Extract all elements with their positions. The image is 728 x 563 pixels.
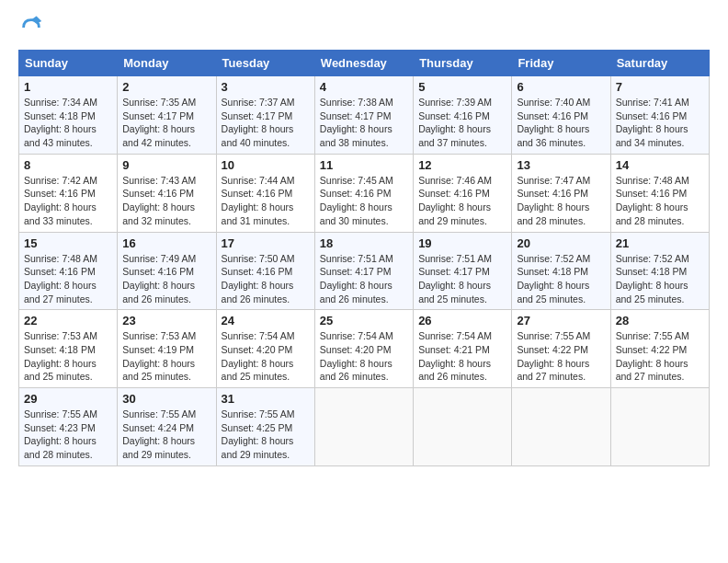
calendar-cell: 20Sunrise: 7:52 AM Sunset: 4:18 PM Dayli… <box>512 232 610 310</box>
calendar-cell: 25Sunrise: 7:54 AM Sunset: 4:20 PM Dayli… <box>314 310 413 388</box>
calendar-cell: 2Sunrise: 7:35 AM Sunset: 4:17 PM Daylig… <box>118 76 216 155</box>
day-number: 20 <box>517 236 605 250</box>
day-info: Sunrise: 7:54 AM Sunset: 4:20 PM Dayligh… <box>222 329 310 384</box>
day-info: Sunrise: 7:54 AM Sunset: 4:21 PM Dayligh… <box>418 329 506 384</box>
calendar-week-3: 15Sunrise: 7:48 AM Sunset: 4:16 PM Dayli… <box>19 232 710 310</box>
logo-icon <box>18 15 44 40</box>
day-info: Sunrise: 7:51 AM Sunset: 4:17 PM Dayligh… <box>320 252 408 306</box>
calendar-cell: 31Sunrise: 7:55 AM Sunset: 4:25 PM Dayli… <box>216 388 314 466</box>
logo <box>18 15 48 40</box>
calendar-cell: 29Sunrise: 7:55 AM Sunset: 4:23 PM Dayli… <box>19 388 118 466</box>
calendar-cell: 1Sunrise: 7:34 AM Sunset: 4:18 PM Daylig… <box>19 76 118 155</box>
day-number: 11 <box>320 158 408 172</box>
day-number: 22 <box>24 314 112 327</box>
day-number: 14 <box>616 158 704 172</box>
day-number: 18 <box>320 236 408 250</box>
day-number: 15 <box>24 236 112 250</box>
day-info: Sunrise: 7:34 AM Sunset: 4:18 PM Dayligh… <box>24 96 112 150</box>
day-info: Sunrise: 7:44 AM Sunset: 4:16 PM Dayligh… <box>222 174 310 228</box>
calendar-cell: 8Sunrise: 7:42 AM Sunset: 4:16 PM Daylig… <box>19 154 118 232</box>
calendar-cell: 15Sunrise: 7:48 AM Sunset: 4:16 PM Dayli… <box>19 232 118 310</box>
calendar-cell: 28Sunrise: 7:55 AM Sunset: 4:22 PM Dayli… <box>610 310 709 388</box>
day-number: 2 <box>122 80 210 94</box>
day-number: 26 <box>418 314 506 327</box>
calendar-cell: 13Sunrise: 7:47 AM Sunset: 4:16 PM Dayli… <box>512 154 610 232</box>
day-info: Sunrise: 7:52 AM Sunset: 4:18 PM Dayligh… <box>616 252 704 306</box>
day-info: Sunrise: 7:42 AM Sunset: 4:16 PM Dayligh… <box>24 174 112 228</box>
day-info: Sunrise: 7:46 AM Sunset: 4:16 PM Dayligh… <box>418 174 506 228</box>
day-info: Sunrise: 7:52 AM Sunset: 4:18 PM Dayligh… <box>517 252 605 306</box>
calendar-cell: 12Sunrise: 7:46 AM Sunset: 4:16 PM Dayli… <box>414 154 512 232</box>
calendar-cell: 16Sunrise: 7:49 AM Sunset: 4:16 PM Dayli… <box>118 232 216 310</box>
day-info: Sunrise: 7:53 AM Sunset: 4:18 PM Dayligh… <box>24 329 112 384</box>
day-number: 23 <box>122 314 210 327</box>
day-number: 6 <box>517 80 605 94</box>
day-number: 31 <box>222 392 310 406</box>
day-number: 30 <box>122 392 210 406</box>
calendar-cell: 19Sunrise: 7:51 AM Sunset: 4:17 PM Dayli… <box>414 232 512 310</box>
day-number: 29 <box>24 392 112 406</box>
day-header-thursday: Thursday <box>414 51 512 76</box>
calendar-cell: 27Sunrise: 7:55 AM Sunset: 4:22 PM Dayli… <box>512 310 610 388</box>
day-number: 13 <box>517 158 605 172</box>
calendar-cell: 9Sunrise: 7:43 AM Sunset: 4:16 PM Daylig… <box>118 154 216 232</box>
calendar-table: SundayMondayTuesdayWednesdayThursdayFrid… <box>18 50 710 466</box>
day-header-friday: Friday <box>512 51 610 76</box>
day-number: 4 <box>320 80 408 94</box>
calendar-cell: 4Sunrise: 7:38 AM Sunset: 4:17 PM Daylig… <box>314 76 413 155</box>
day-number: 17 <box>222 236 310 250</box>
day-number: 24 <box>222 314 310 327</box>
day-info: Sunrise: 7:38 AM Sunset: 4:17 PM Dayligh… <box>320 96 408 150</box>
day-info: Sunrise: 7:40 AM Sunset: 4:16 PM Dayligh… <box>517 96 605 150</box>
day-info: Sunrise: 7:50 AM Sunset: 4:16 PM Dayligh… <box>222 252 310 306</box>
day-header-saturday: Saturday <box>610 51 709 76</box>
day-info: Sunrise: 7:49 AM Sunset: 4:16 PM Dayligh… <box>122 252 210 306</box>
calendar-week-5: 29Sunrise: 7:55 AM Sunset: 4:23 PM Dayli… <box>19 388 710 466</box>
calendar-week-4: 22Sunrise: 7:53 AM Sunset: 4:18 PM Dayli… <box>19 310 710 388</box>
day-number: 7 <box>616 80 704 94</box>
calendar-cell: 10Sunrise: 7:44 AM Sunset: 4:16 PM Dayli… <box>216 154 314 232</box>
day-info: Sunrise: 7:48 AM Sunset: 4:16 PM Dayligh… <box>24 252 112 306</box>
calendar-cell <box>512 388 610 466</box>
calendar-cell: 6Sunrise: 7:40 AM Sunset: 4:16 PM Daylig… <box>512 76 610 155</box>
calendar-cell: 3Sunrise: 7:37 AM Sunset: 4:17 PM Daylig… <box>216 76 314 155</box>
calendar-week-1: 1Sunrise: 7:34 AM Sunset: 4:18 PM Daylig… <box>19 76 710 155</box>
calendar-cell: 23Sunrise: 7:53 AM Sunset: 4:19 PM Dayli… <box>118 310 216 388</box>
day-number: 27 <box>517 314 605 327</box>
calendar-cell: 7Sunrise: 7:41 AM Sunset: 4:16 PM Daylig… <box>610 76 709 155</box>
day-number: 12 <box>418 158 506 172</box>
day-info: Sunrise: 7:55 AM Sunset: 4:22 PM Dayligh… <box>517 329 605 384</box>
day-info: Sunrise: 7:48 AM Sunset: 4:16 PM Dayligh… <box>616 174 704 228</box>
day-info: Sunrise: 7:51 AM Sunset: 4:17 PM Dayligh… <box>418 252 506 306</box>
calendar-cell: 30Sunrise: 7:55 AM Sunset: 4:24 PM Dayli… <box>118 388 216 466</box>
day-number: 5 <box>418 80 506 94</box>
day-header-monday: Monday <box>118 51 216 76</box>
calendar-cell: 17Sunrise: 7:50 AM Sunset: 4:16 PM Dayli… <box>216 232 314 310</box>
day-header-sunday: Sunday <box>19 51 118 76</box>
day-info: Sunrise: 7:53 AM Sunset: 4:19 PM Dayligh… <box>122 329 210 384</box>
calendar-cell: 11Sunrise: 7:45 AM Sunset: 4:16 PM Dayli… <box>314 154 413 232</box>
calendar-cell: 18Sunrise: 7:51 AM Sunset: 4:17 PM Dayli… <box>314 232 413 310</box>
day-header-tuesday: Tuesday <box>216 51 314 76</box>
calendar-cell: 21Sunrise: 7:52 AM Sunset: 4:18 PM Dayli… <box>610 232 709 310</box>
day-info: Sunrise: 7:54 AM Sunset: 4:20 PM Dayligh… <box>320 329 408 384</box>
calendar-cell <box>414 388 512 466</box>
day-number: 19 <box>418 236 506 250</box>
day-info: Sunrise: 7:47 AM Sunset: 4:16 PM Dayligh… <box>517 174 605 228</box>
day-info: Sunrise: 7:35 AM Sunset: 4:17 PM Dayligh… <box>122 96 210 150</box>
day-number: 28 <box>616 314 704 327</box>
calendar-cell <box>314 388 413 466</box>
day-info: Sunrise: 7:55 AM Sunset: 4:22 PM Dayligh… <box>616 329 704 384</box>
day-number: 10 <box>222 158 310 172</box>
day-header-wednesday: Wednesday <box>314 51 413 76</box>
calendar-cell: 14Sunrise: 7:48 AM Sunset: 4:16 PM Dayli… <box>610 154 709 232</box>
day-info: Sunrise: 7:39 AM Sunset: 4:16 PM Dayligh… <box>418 96 506 150</box>
day-number: 21 <box>616 236 704 250</box>
day-info: Sunrise: 7:55 AM Sunset: 4:24 PM Dayligh… <box>122 408 210 462</box>
day-info: Sunrise: 7:41 AM Sunset: 4:16 PM Dayligh… <box>616 96 704 150</box>
calendar-cell <box>610 388 709 466</box>
day-number: 8 <box>24 158 112 172</box>
calendar-week-2: 8Sunrise: 7:42 AM Sunset: 4:16 PM Daylig… <box>19 154 710 232</box>
day-number: 1 <box>24 80 112 94</box>
calendar-header-row: SundayMondayTuesdayWednesdayThursdayFrid… <box>19 51 710 76</box>
